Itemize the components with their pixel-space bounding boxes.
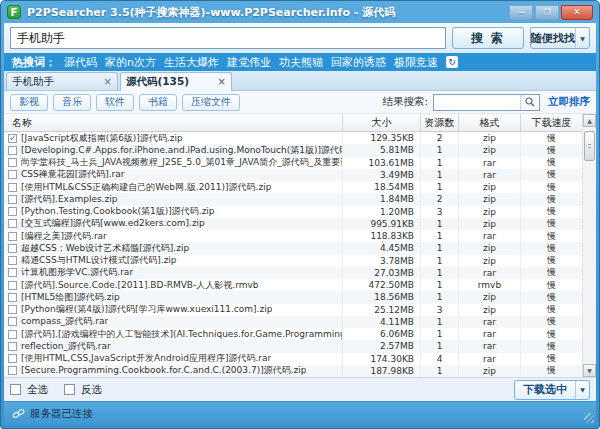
table-row[interactable]: 超越CSS：Web设计艺术精髓[源代码].zip4.45MB1zip慢: [4, 242, 582, 254]
row-checkbox[interactable]: [8, 354, 17, 363]
select-all-label: 全选: [27, 383, 48, 397]
filter-button[interactable]: 书籍: [139, 94, 177, 111]
row-checkbox[interactable]: [8, 281, 17, 290]
scroll-up-button[interactable]: ▲: [583, 114, 596, 127]
result-search-input[interactable]: [434, 95, 520, 110]
row-checkbox[interactable]: [8, 232, 17, 241]
table-row[interactable]: reflection_源代码.rar2.57MB1rar慢: [4, 340, 582, 352]
table-row[interactable]: [使用HTML&CSS正确构建自己的Web网.版.2011)]源代码.zip18…: [4, 181, 582, 193]
scrollbar-thumb[interactable]: [584, 131, 595, 161]
row-checkbox[interactable]: [8, 305, 17, 314]
filter-button[interactable]: 压缩文件: [182, 94, 240, 111]
resources-cell: 4: [420, 353, 458, 365]
row-checkbox[interactable]: [8, 256, 17, 265]
file-name: [源代码].Source.Code.[2011].BD-RMVB-人人影视.rm…: [21, 279, 259, 291]
search-input[interactable]: [10, 27, 446, 49]
download-selected-button[interactable]: 下载选中 ▼: [514, 380, 590, 400]
speed-cell: 慢: [520, 230, 582, 242]
row-checkbox[interactable]: [8, 195, 17, 204]
resources-cell: 1: [420, 365, 458, 377]
row-checkbox[interactable]: [8, 330, 17, 339]
hot-word-link[interactable]: 功夫熊猫: [279, 55, 323, 70]
invert-selection-checkbox[interactable]: [64, 384, 75, 395]
column-header[interactable]: 格式: [458, 114, 520, 131]
tab-active[interactable]: 源代码(135)×: [120, 72, 232, 91]
column-header[interactable]: 下载速度: [520, 114, 582, 131]
speed-cell: 慢: [520, 353, 582, 365]
resize-grip[interactable]: [584, 413, 594, 423]
minimize-button[interactable]: —: [509, 5, 533, 20]
size-cell: 5.81MB: [342, 144, 420, 156]
tab-close-icon[interactable]: ×: [218, 77, 226, 87]
size-cell: 472.50MB: [342, 279, 420, 291]
resources-cell: 1: [420, 255, 458, 267]
tab-close-icon[interactable]: ×: [104, 77, 112, 87]
table-row[interactable]: 精通CSS与HTML设计模式[源代码].zip3.78MB1zip慢: [4, 255, 582, 267]
table-row[interactable]: 计算机图形学VC.源代码.rar27.03MB1rar慢: [4, 267, 582, 279]
table-row[interactable]: [HTML5绘图]源代码.zip18.56MB1zip慢: [4, 291, 582, 303]
download-dropdown-arrow-icon[interactable]: ▼: [575, 381, 589, 399]
row-checkbox[interactable]: [8, 146, 17, 155]
resources-cell: 1: [420, 169, 458, 181]
dropdown-arrow-icon[interactable]: ▼: [575, 28, 589, 48]
maximize-button[interactable]: ❐: [535, 5, 559, 20]
row-checkbox[interactable]: [8, 207, 17, 216]
row-checkbox[interactable]: [8, 342, 17, 351]
table-row[interactable]: [Python.Testing.Cookbook(第1版)]源代码.zip1.2…: [4, 206, 582, 218]
format-cell: zip: [458, 181, 520, 193]
table-row[interactable]: CSS禅意花园[源代码].rar3.49MB1rar慢: [4, 169, 582, 181]
table-row[interactable]: compass_源代码.rar4.11MB1rar慢: [4, 316, 582, 328]
column-header[interactable]: 大小: [342, 114, 420, 131]
table-row[interactable]: [Secure.Programming.Cookbook.for.C.and.C…: [4, 365, 582, 377]
row-checkbox[interactable]: [8, 293, 17, 302]
table-row[interactable]: ✓[JavaScript权威指南(第6版)]源代码.zip129.35KB2zi…: [4, 132, 582, 144]
table-row[interactable]: [交互式编程]源代码[www.ed2kers.com].zip995.91KB1…: [4, 218, 582, 230]
hot-word-link[interactable]: 建党伟业: [227, 55, 271, 70]
hot-word-link[interactable]: 家的n次方: [105, 55, 156, 70]
column-header[interactable]: 资源数: [420, 114, 458, 131]
row-checkbox[interactable]: [8, 170, 17, 179]
filter-button[interactable]: 影视: [10, 94, 48, 111]
format-cell: zip: [458, 255, 520, 267]
table-row[interactable]: [使用HTML,CSS,JavaScript开发Android应用程序]源代码.…: [4, 353, 582, 365]
invert-selection-label: 反选: [81, 383, 102, 397]
select-all-checkbox[interactable]: [10, 384, 21, 395]
column-header[interactable]: 名称: [4, 114, 342, 131]
close-button[interactable]: ✕: [561, 5, 593, 20]
hot-word-link[interactable]: 回家的诱惑: [331, 55, 386, 70]
filter-button[interactable]: 软件: [96, 94, 134, 111]
row-checkbox[interactable]: [8, 219, 17, 228]
scroll-down-button[interactable]: ▼: [583, 364, 596, 377]
sort-now-link[interactable]: 立即排序: [548, 95, 590, 109]
hot-word-link[interactable]: 源代码: [64, 55, 97, 70]
table-row[interactable]: [编程之美]源代码.rar118.83KB1rar慢: [4, 230, 582, 242]
format-cell: zip: [458, 242, 520, 254]
selection-footer: 全选 反选 下载选中 ▼: [4, 377, 596, 401]
speed-cell: 慢: [520, 144, 582, 156]
row-checkbox[interactable]: [8, 268, 17, 277]
search-button[interactable]: 搜 索: [452, 27, 524, 49]
resources-cell: 1: [420, 144, 458, 156]
row-checkbox[interactable]: [8, 244, 17, 253]
row-checkbox[interactable]: [8, 183, 17, 192]
table-row[interactable]: [Python编程(第4版)]源代码[学习库www.xuexi111.com].…: [4, 304, 582, 316]
filter-button[interactable]: 音乐: [53, 94, 91, 111]
table-row[interactable]: [源代码].Examples.zip1.84MB2zip慢: [4, 193, 582, 205]
tab-inactive[interactable]: 手机助手×: [6, 72, 118, 90]
table-row[interactable]: [源代码].Source.Code.[2011].BD-RMVB-人人影视.rm…: [4, 279, 582, 291]
result-search-icon-button[interactable]: [520, 95, 539, 110]
table-row[interactable]: 尚学堂科技_马士兵_JAVA视频教程_J2SE_5.0_第01章_JAVA简介_…: [4, 157, 582, 169]
row-checkbox[interactable]: ✓: [8, 134, 17, 143]
table-row[interactable]: [Developing.C#.Apps.for.iPhone.and.iPad.…: [4, 144, 582, 156]
hot-word-link[interactable]: 极限竞速: [394, 55, 438, 70]
row-name-cell: [使用HTML&CSS正确构建自己的Web网.版.2011)]源代码.zip: [4, 181, 342, 193]
random-search-button[interactable]: 随便找找 ▼: [530, 27, 590, 49]
row-checkbox[interactable]: [8, 366, 17, 375]
table-row[interactable]: [源代码].[游戏编程中的人工智能技术](AI.Techniques.for.G…: [4, 328, 582, 340]
refresh-icon[interactable]: ↻: [446, 56, 458, 68]
vertical-scrollbar[interactable]: ▲ ▼: [582, 114, 596, 377]
resources-cell: 1: [420, 291, 458, 303]
row-checkbox[interactable]: [8, 158, 17, 167]
row-checkbox[interactable]: [8, 317, 17, 326]
hot-word-link[interactable]: 生活大爆炸: [164, 55, 219, 70]
